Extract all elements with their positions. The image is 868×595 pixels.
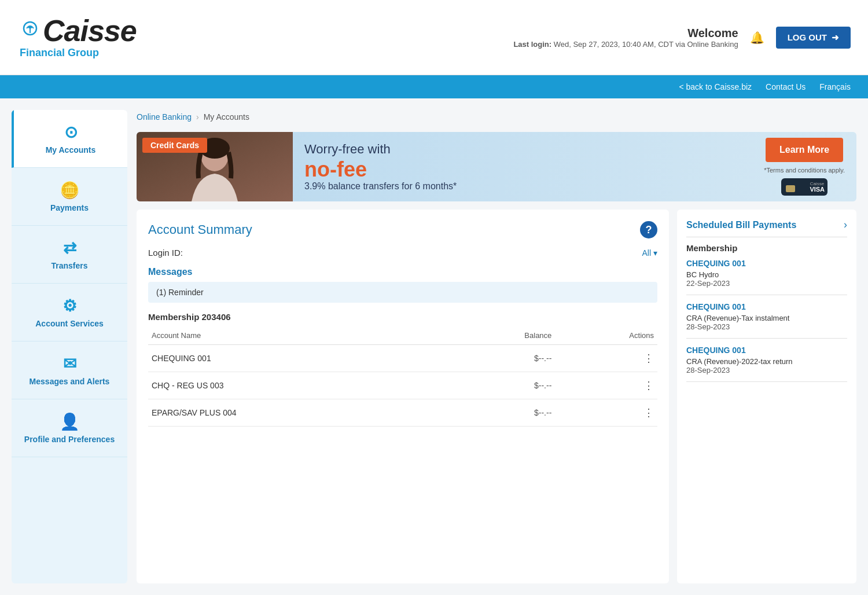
caisse-logo-icon — [17, 20, 43, 46]
col-account-name: Account Name — [148, 326, 445, 345]
logo-area: Caisse Financial Group — [17, 16, 137, 59]
transfers-icon: ⇄ — [63, 238, 76, 258]
bill-account-name[interactable]: CHEQUING 001 — [686, 346, 847, 355]
gear-icon: ⚙ — [62, 296, 77, 315]
dropdown-arrow-icon: ▾ — [653, 248, 657, 258]
all-dropdown[interactable]: All ▾ — [642, 248, 657, 258]
bill-payee: BC Hydro — [686, 270, 847, 279]
logo-sub: Financial Group — [20, 47, 99, 59]
account-name-cell: EPARG/SAV PLUS 004 — [148, 399, 445, 427]
main-container: ⊙ My Accounts 🪙 Payments ⇄ Transfers ⚙ A… — [0, 98, 868, 595]
all-label: All — [642, 248, 651, 258]
dashboard-icon: ⊙ — [64, 123, 78, 142]
bill-item: CHEQUING 001 CRA (Revenue)-2022-tax retu… — [686, 346, 847, 382]
credit-card-image: Caisse VISA — [781, 178, 827, 196]
contact-us-link[interactable]: Contact Us — [766, 82, 806, 91]
bell-icon[interactable]: 🔔 — [750, 31, 764, 45]
scheduled-membership-label: Membership — [686, 243, 847, 253]
learn-more-button[interactable]: Learn More — [766, 138, 843, 162]
content-area: Online Banking › My Accounts — [137, 110, 856, 583]
sidebar-item-profile-preferences[interactable]: 👤 Profile and Preferences — [12, 399, 127, 457]
top-nav-bar: < back to Caisse.biz Contact Us Français — [0, 75, 868, 98]
messages-section: Messages (1) Reminder — [148, 267, 657, 303]
svg-rect-1 — [28, 26, 32, 28]
login-row: Login ID: All ▾ — [148, 248, 657, 258]
sidebar-item-label: Account Services — [35, 319, 104, 328]
bill-date: 28-Sep-2023 — [686, 366, 847, 374]
welcome-label: Welcome — [513, 27, 738, 40]
content-grid: Account Summary ? Login ID: All ▾ Messag… — [137, 210, 856, 583]
sidebar-item-account-services[interactable]: ⚙ Account Services — [12, 284, 127, 341]
bill-date: 28-Sep-2023 — [686, 322, 847, 331]
account-name-cell: CHEQUING 001 — [148, 345, 445, 372]
three-dots-menu[interactable]: ⋮ — [643, 352, 654, 364]
col-actions: Actions — [555, 326, 657, 345]
header-right: Welcome Last login: Wed, Sep 27, 2023, 1… — [513, 27, 851, 49]
francais-link[interactable]: Français — [819, 82, 851, 91]
balance-cell: $--.-- — [445, 372, 556, 399]
sidebar-item-transfers[interactable]: ⇄ Transfers — [12, 226, 127, 284]
header: Caisse Financial Group Welcome Last logi… — [0, 0, 868, 75]
balance-cell: $--.-- — [445, 345, 556, 372]
bill-account-name[interactable]: CHEQUING 001 — [686, 259, 847, 268]
chevron-right-icon[interactable]: › — [844, 219, 847, 231]
visa-logo: VISA — [810, 186, 825, 193]
bill-account-name[interactable]: CHEQUING 001 — [686, 302, 847, 311]
membership-label: Membership 203406 — [148, 312, 657, 322]
login-id-label: Login ID: — [148, 248, 183, 258]
balance-cell: $--.-- — [445, 399, 556, 427]
banner-subtitle: 3.9% balance transfers for 6 months* — [304, 181, 741, 192]
breadcrumb-home-link[interactable]: Online Banking — [137, 112, 192, 122]
accounts-table: Account Name Balance Actions CHEQUING 00… — [148, 326, 657, 427]
account-name-cell: CHQ - REG US 003 — [148, 372, 445, 399]
actions-cell[interactable]: ⋮ — [555, 399, 657, 427]
user-icon: 👤 — [60, 412, 80, 431]
welcome-section: Welcome Last login: Wed, Sep 27, 2023, 1… — [513, 27, 738, 49]
account-summary-title: Account Summary — [148, 222, 252, 237]
sidebar-item-payments[interactable]: 🪙 Payments — [12, 168, 127, 226]
banner-highlight: no-fee — [304, 158, 741, 181]
table-row: EPARG/SAV PLUS 004 $--.-- ⋮ — [148, 399, 657, 427]
three-dots-menu[interactable]: ⋮ — [643, 380, 654, 391]
banner-terms: *Terms and conditions apply. — [764, 167, 845, 174]
back-to-caisse-link[interactable]: < back to Caisse.biz — [679, 82, 752, 91]
three-dots-menu[interactable]: ⋮ — [643, 407, 654, 418]
banner-title: Worry-free with — [304, 142, 741, 157]
help-icon[interactable]: ? — [640, 221, 657, 238]
sidebar-item-messages-alerts[interactable]: ✉ Messages and Alerts — [12, 341, 127, 399]
banner-right: Learn More *Terms and conditions apply. … — [752, 132, 856, 201]
scheduled-header: Scheduled Bill Payments › — [686, 219, 847, 237]
sidebar-item-label: Messages and Alerts — [30, 377, 110, 386]
table-row: CHEQUING 001 $--.-- ⋮ — [148, 345, 657, 372]
banner-tag: Credit Cards — [142, 138, 207, 153]
breadcrumb-separator: › — [196, 112, 199, 122]
actions-cell[interactable]: ⋮ — [555, 372, 657, 399]
sidebar-item-label: Payments — [50, 203, 89, 212]
envelope-icon: ✉ — [63, 354, 76, 373]
promo-banner: Credit Cards Worry-free with no-fee 3.9%… — [137, 132, 856, 201]
breadcrumb-current: My Accounts — [204, 112, 249, 122]
logout-arrow-icon: ➜ — [832, 32, 839, 43]
sidebar-item-my-accounts[interactable]: ⊙ My Accounts — [12, 110, 127, 168]
col-balance: Balance — [445, 326, 556, 345]
sidebar-item-label: Transfers — [51, 261, 87, 270]
bill-payee: CRA (Revenue)-2022-tax return — [686, 357, 847, 366]
bill-item: CHEQUING 001 CRA (Revenue)-Tax instalmen… — [686, 302, 847, 339]
bill-date: 22-Sep-2023 — [686, 279, 847, 288]
breadcrumb: Online Banking › My Accounts — [137, 110, 856, 124]
logout-button[interactable]: LOG OUT ➜ — [776, 27, 851, 49]
messages-title: Messages — [148, 267, 657, 277]
sidebar: ⊙ My Accounts 🪙 Payments ⇄ Transfers ⚙ A… — [12, 110, 127, 583]
account-panel: Account Summary ? Login ID: All ▾ Messag… — [137, 210, 669, 583]
table-row: CHQ - REG US 003 $--.-- ⋮ — [148, 372, 657, 399]
scheduled-title: Scheduled Bill Payments — [686, 220, 796, 230]
payments-icon: 🪙 — [60, 181, 80, 200]
logo-text: Caisse — [43, 16, 137, 46]
caisse-card-logo: Caisse — [810, 181, 824, 186]
actions-cell[interactable]: ⋮ — [555, 345, 657, 372]
bills-list: CHEQUING 001 BC Hydro 22-Sep-2023 CHEQUI… — [686, 259, 847, 382]
banner-image: Credit Cards — [137, 132, 293, 201]
card-chip — [786, 185, 795, 192]
sidebar-item-label: My Accounts — [46, 145, 96, 155]
right-panel: Scheduled Bill Payments › Membership CHE… — [677, 210, 856, 583]
